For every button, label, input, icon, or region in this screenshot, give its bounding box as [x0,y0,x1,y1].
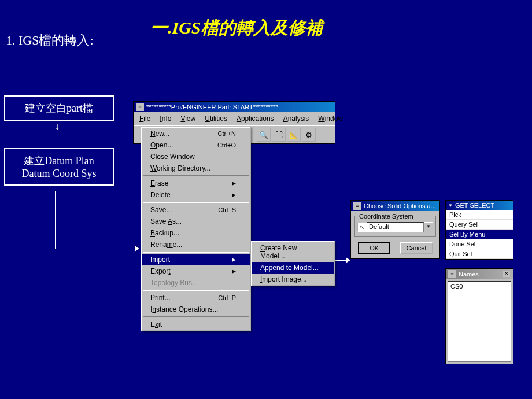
getselect-selbymenu[interactable]: Sel By Menu [446,230,513,239]
names-item[interactable]: CS0 [450,283,508,290]
submenu-append-to-model[interactable]: Append to Model... [252,262,334,274]
menu-analysis[interactable]: Analysis [279,113,314,124]
tool-csys-icon[interactable]: ⚙ [302,128,316,142]
arrow-right-icon [135,246,139,252]
menu-separator [143,202,249,203]
menu-item-backup[interactable]: Backup... [142,227,250,239]
arrow-down-icon: ↓ [55,121,60,132]
flow-line [335,260,347,261]
step-box-2: 建立Datum Plan Datum Coord Sys [4,148,114,186]
coord-system-combo[interactable]: Default [367,222,424,232]
menu-item-import[interactable]: Import▶ [142,254,250,265]
menu-item-delete[interactable]: Delete▶ [142,189,250,201]
dialog-icon: ≡ [353,202,361,210]
menu-item-new[interactable]: New...Ctrl+N [142,128,250,139]
menu-item-exit[interactable]: Exit [142,319,250,330]
names-icon: ≡ [448,270,456,278]
titlebar: ≡ **********Pro/ENGINEER Part: START****… [134,102,335,112]
flow-line [55,249,136,249]
names-list[interactable]: CS0 [448,281,511,362]
dialog-title: Choose Solid Options a... [364,202,436,209]
menu-utilities[interactable]: Utilities [200,113,232,124]
tool-zoom-fit-icon[interactable]: ⛶ [272,128,286,142]
slide-title: 一.IGS檔的轉入及修補 [150,16,323,40]
menu-item-save[interactable]: Save...Ctrl+S [142,204,250,216]
app-icon: ≡ [136,103,144,111]
group-label: Coordinate System [357,213,415,220]
slide-subtitle: 1. IGS檔的轉入: [6,32,94,49]
flow-line [55,191,56,249]
names-panel: ≡ Names ✕ CS0 [445,268,513,364]
menu-item-close[interactable]: Close Window [142,151,250,162]
step-box-1: 建立空白part檔 [4,95,114,121]
menu-file[interactable]: File [135,113,155,124]
menu-item-open[interactable]: Open...Ctrl+O [142,139,250,151]
menu-window[interactable]: Window [313,113,348,124]
menu-separator [143,316,249,317]
menu-applications[interactable]: Applications [232,113,279,124]
submenu-create-new-model[interactable]: Create New Model... [252,242,334,262]
window-title: **********Pro/ENGINEER Part: START******… [146,104,278,110]
tool-measure-icon[interactable]: 📐 [287,128,301,142]
import-submenu: Create New Model... Append to Model... I… [251,241,335,286]
menu-item-rename[interactable]: Rename... [142,239,250,250]
menu-view[interactable]: View [176,113,200,124]
menu-item-instance[interactable]: Instance Operations... [142,304,250,315]
close-icon[interactable]: ✕ [503,271,511,278]
menu-info[interactable]: Info [155,113,176,124]
menu-separator [143,175,249,176]
menu-item-topology: Topology Bus... [142,277,250,289]
file-dropdown-menu: New...Ctrl+N Open...Ctrl+O Close Window … [141,127,251,331]
coordinate-system-group: Coordinate System ↖ Default ▼ [354,216,436,237]
menubar: File Info View Utilities Applications An… [134,112,335,125]
names-titlebar: ≡ Names ✕ [446,269,513,279]
combo-dropdown-button[interactable]: ▼ [424,222,433,232]
cancel-button[interactable]: Cancel [400,242,433,254]
tool-zoom-out-icon[interactable]: 🔍 [257,128,271,142]
menu-separator [143,252,249,253]
choose-solid-options-dialog: ≡ Choose Solid Options a... Coordinate S… [350,200,440,259]
ok-button[interactable]: OK [358,242,390,254]
submenu-import-image[interactable]: Import Image... [252,274,334,285]
getselect-done[interactable]: Done Sel [446,239,513,249]
getselect-quit[interactable]: Quit Sel [446,249,513,259]
get-select-panel: GET SELECT Pick Query Sel Sel By Menu Do… [445,200,513,260]
menu-separator [143,290,249,291]
menu-item-print[interactable]: Print...Ctrl+P [142,292,250,304]
menu-item-erase[interactable]: Erase▶ [142,178,250,189]
pick-cursor-icon[interactable]: ↖ [357,223,367,232]
menu-item-export[interactable]: Export▶ [142,265,250,277]
getselect-query[interactable]: Query Sel [446,220,513,230]
get-select-title: GET SELECT [446,201,513,210]
menu-item-saveas[interactable]: Save As... [142,216,250,227]
dialog-titlebar: ≡ Choose Solid Options a... [351,201,439,211]
menu-item-workingdir[interactable]: Working Directory... [142,162,250,174]
arrow-right-icon [346,257,350,263]
getselect-pick[interactable]: Pick [446,210,513,220]
names-title: Names [459,271,479,278]
